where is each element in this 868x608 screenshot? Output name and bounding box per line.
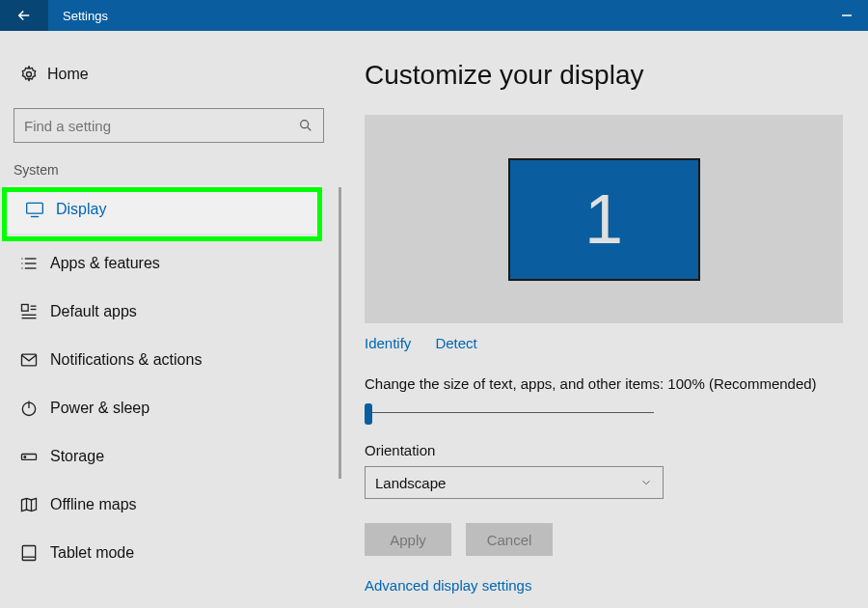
- slider-thumb[interactable]: [365, 403, 372, 425]
- display-icon: [25, 200, 52, 219]
- default-apps-icon: [19, 302, 46, 321]
- nav-list: Display Apps & features Default apps Not…: [0, 185, 338, 577]
- monitor-1[interactable]: 1: [508, 158, 700, 281]
- button-row: Apply Cancel: [365, 523, 841, 556]
- minimize-button[interactable]: [826, 0, 868, 31]
- display-preview[interactable]: 1: [365, 115, 843, 323]
- orientation-label: Orientation: [365, 442, 841, 458]
- svg-rect-12: [22, 305, 29, 312]
- sidebar-item-offline-maps[interactable]: Offline maps: [0, 481, 338, 529]
- sidebar-item-label: Offline maps: [50, 496, 137, 513]
- search-icon: [298, 118, 313, 133]
- category-header: System: [14, 162, 338, 178]
- scale-slider[interactable]: [365, 401, 654, 425]
- sidebar-item-notifications[interactable]: Notifications & actions: [0, 336, 338, 384]
- home-button[interactable]: Home: [0, 55, 338, 94]
- monitor-number: 1: [584, 180, 623, 259]
- svg-rect-4: [27, 203, 43, 213]
- detect-link[interactable]: Detect: [435, 335, 476, 351]
- sidebar-item-storage[interactable]: Storage: [0, 432, 338, 481]
- cancel-button[interactable]: Cancel: [466, 523, 553, 556]
- sidebar-item-label: Notifications & actions: [50, 351, 202, 369]
- identify-link[interactable]: Identify: [365, 335, 411, 351]
- window-title: Settings: [63, 9, 108, 23]
- page-title: Customize your display: [365, 60, 841, 91]
- sidebar-item-display[interactable]: Display: [6, 185, 322, 234]
- svg-rect-24: [22, 546, 35, 561]
- sidebar-item-label: Storage: [50, 448, 104, 465]
- list-icon: [19, 254, 46, 273]
- titlebar: Settings: [0, 0, 868, 31]
- storage-icon: [19, 447, 46, 466]
- svg-point-2: [301, 121, 309, 128]
- search-input[interactable]: [24, 118, 298, 134]
- sidebar-item-default-apps[interactable]: Default apps: [0, 288, 338, 336]
- search-box[interactable]: [14, 108, 324, 143]
- home-label: Home: [47, 66, 89, 83]
- advanced-display-link[interactable]: Advanced display settings: [365, 577, 841, 594]
- scale-label: Change the size of text, apps, and other…: [365, 375, 841, 392]
- sidebar-item-label: Default apps: [50, 303, 137, 320]
- sidebar-item-power[interactable]: Power & sleep: [0, 384, 338, 432]
- sidebar: Home System Display Apps & features: [0, 31, 338, 608]
- content-area: Home System Display Apps & features: [0, 31, 868, 608]
- sidebar-item-label: Display: [56, 201, 106, 218]
- svg-line-3: [308, 127, 311, 130]
- orientation-value: Landscape: [375, 475, 639, 491]
- notifications-icon: [19, 350, 46, 370]
- svg-point-21: [24, 456, 26, 458]
- apply-button[interactable]: Apply: [365, 523, 451, 556]
- slider-track: [365, 412, 654, 413]
- sidebar-item-label: Apps & features: [50, 255, 160, 272]
- orientation-dropdown[interactable]: Landscape: [365, 466, 664, 499]
- scrollbar[interactable]: [339, 187, 341, 479]
- sidebar-item-label: Power & sleep: [50, 400, 149, 417]
- window-controls: [826, 0, 868, 31]
- minimize-icon: [841, 10, 853, 21]
- main-panel: Customize your display 1 Identify Detect…: [338, 31, 868, 608]
- arrow-left-icon: [15, 7, 33, 24]
- tablet-icon: [19, 543, 46, 563]
- sidebar-item-apps[interactable]: Apps & features: [0, 239, 338, 288]
- svg-point-1: [27, 72, 32, 77]
- chevron-down-icon: [639, 476, 653, 489]
- sidebar-item-label: Tablet mode: [50, 544, 134, 562]
- gear-icon: [19, 65, 43, 84]
- back-button[interactable]: [0, 0, 48, 31]
- display-actions: Identify Detect: [365, 335, 841, 351]
- power-icon: [19, 399, 46, 418]
- map-icon: [19, 495, 46, 514]
- sidebar-item-tablet-mode[interactable]: Tablet mode: [0, 529, 338, 577]
